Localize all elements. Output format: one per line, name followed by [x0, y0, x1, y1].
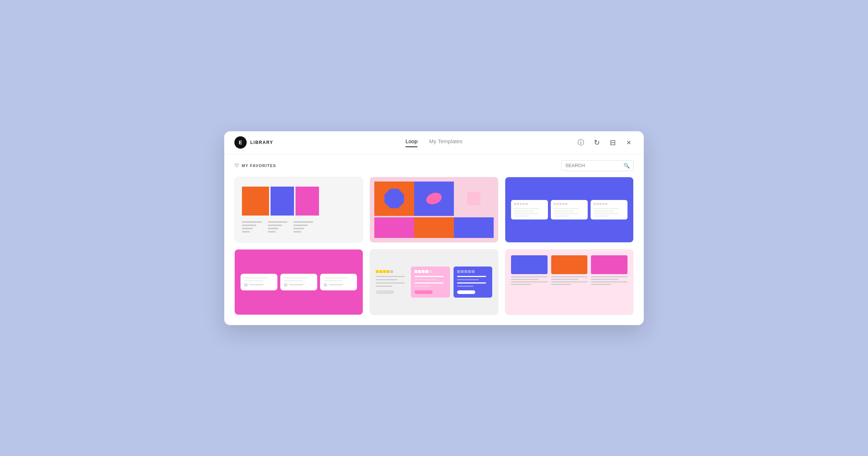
pink-block [295, 187, 319, 216]
col6-blue-block [511, 255, 548, 274]
star [422, 270, 425, 273]
avatar-dot [244, 283, 248, 287]
template-card-6[interactable] [505, 249, 634, 315]
c5-line [457, 286, 473, 287]
c5-line [457, 279, 479, 280]
stars-row [514, 203, 545, 205]
card2-cell-pink [454, 182, 494, 216]
card2-cell-orange [374, 182, 414, 216]
info-button[interactable]: ⓘ [576, 137, 586, 148]
star [425, 270, 428, 273]
mc-line [593, 208, 618, 209]
text-line [242, 225, 256, 226]
template-card-5[interactable] [370, 249, 498, 315]
logo-text: E [239, 140, 242, 145]
star [565, 203, 567, 205]
text-line [242, 231, 250, 233]
avatar-line [249, 284, 264, 285]
mini-card-2 [551, 200, 588, 220]
header-actions: ⓘ ↻ ⊟ ✕ [576, 137, 634, 148]
star [602, 203, 604, 205]
avatar-dot [284, 283, 288, 287]
text-col-2 [268, 221, 288, 233]
star [599, 203, 601, 205]
c5-line [414, 282, 443, 284]
template-card-3[interactable] [505, 177, 634, 243]
stars-row [554, 203, 585, 205]
col6-line [591, 284, 611, 285]
star [520, 203, 522, 205]
library-modal: E LIBRARY Loop My Templates ⓘ ↻ ⊟ ✕ ♡ MY… [224, 131, 644, 325]
toolbar: ♡ MY FAVORITES 🔍 [224, 154, 644, 177]
text-col-3 [293, 221, 313, 233]
pink-mini-card-3 [320, 274, 357, 290]
col6-line [551, 284, 571, 285]
star [526, 203, 528, 205]
blue-block [271, 187, 294, 216]
text-line [268, 221, 288, 223]
text-line [268, 228, 278, 229]
card2-cell-orange2 [414, 217, 454, 238]
star [559, 203, 562, 205]
col6-lines [591, 276, 627, 285]
avatar-dot [324, 283, 327, 287]
c5-line [376, 282, 405, 284]
c5-line [457, 276, 486, 277]
card4-preview [235, 250, 363, 315]
star [557, 203, 559, 205]
star [429, 270, 432, 273]
refresh-button[interactable]: ↻ [592, 137, 602, 148]
card1-blocks [242, 187, 319, 216]
text-line [293, 228, 304, 229]
favorites-button[interactable]: ♡ MY FAVORITES [234, 163, 276, 169]
star [414, 270, 417, 273]
col6-line [591, 279, 618, 280]
text-line [268, 231, 276, 233]
library-label: LIBRARY [250, 140, 273, 145]
card6-preview [505, 250, 633, 315]
save-button[interactable]: ⊟ [608, 137, 618, 148]
star [418, 270, 421, 273]
mc-line [514, 213, 539, 214]
heart-icon: ♡ [234, 163, 239, 169]
tab-my-templates[interactable]: My Templates [429, 138, 463, 147]
card1-text-lines [242, 221, 313, 233]
tab-loop[interactable]: Loop [405, 138, 417, 147]
search-box: 🔍 [561, 160, 634, 171]
star [517, 203, 519, 205]
template-card-2[interactable] [370, 177, 498, 243]
pink-mini-card-1 [241, 274, 277, 290]
mc-line [593, 216, 609, 217]
mini-card-3 [591, 200, 627, 220]
star [379, 270, 382, 273]
pink-mini-card-2 [280, 274, 317, 290]
col6-orange-block [551, 255, 588, 274]
card5-blue-btn [457, 290, 475, 294]
star [514, 203, 516, 205]
col6-line [511, 279, 539, 280]
mc-line [244, 280, 263, 281]
avatar-row [284, 283, 314, 287]
card5-preview [370, 250, 498, 315]
template-card-4[interactable] [234, 249, 363, 315]
star [523, 203, 525, 205]
card5-text-col [376, 270, 407, 294]
template-card-1[interactable] [234, 177, 363, 243]
col6-line [591, 281, 627, 282]
card5-blue-col [454, 267, 492, 298]
search-input[interactable] [565, 163, 621, 168]
col6-line [511, 281, 548, 282]
card5-pink-col [411, 267, 450, 298]
avatar-row [244, 283, 274, 287]
card2-preview [370, 177, 498, 242]
favorites-label: MY FAVORITES [242, 163, 276, 168]
mc-line [324, 280, 343, 281]
close-button[interactable]: ✕ [624, 137, 634, 148]
mini-card-1 [511, 200, 548, 220]
search-icon: 🔍 [624, 163, 630, 169]
col6-line [511, 284, 531, 285]
elementor-logo: E [234, 136, 247, 149]
modal-header: E LIBRARY Loop My Templates ⓘ ↻ ⊟ ✕ [224, 131, 644, 154]
text-line [242, 221, 262, 223]
card2-row2 [374, 217, 494, 238]
